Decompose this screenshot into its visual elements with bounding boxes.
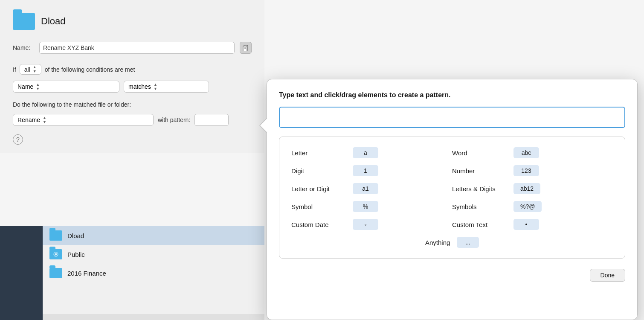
custom-date-label: Custom Date <box>291 221 347 228</box>
action-down: ▼ <box>43 120 46 124</box>
condition-operator-label: matches <box>128 83 151 90</box>
anything-row: Anything ... <box>291 237 613 248</box>
digit-row: Digit 1 <box>291 165 452 176</box>
paste-button[interactable] <box>240 42 252 54</box>
digit-label: Digit <box>291 167 347 175</box>
condition-operator-select[interactable]: matches ▲ ▼ <box>124 81 209 93</box>
stepper-down: ▼ <box>33 70 37 73</box>
letter-or-digit-row: Letter or Digit a1 <box>291 183 452 194</box>
condition-field-select[interactable]: Name ▲ ▼ <box>13 81 119 93</box>
folder-item-name: Public <box>67 251 85 258</box>
elements-grid-container: Letter a Word abc Digit 1 Number 123 Let… <box>279 137 625 259</box>
action-up: ▲ <box>43 116 46 120</box>
symbols-row: Symbols %?@ <box>452 201 613 212</box>
all-conditions-select[interactable]: all ▲ ▼ <box>20 64 41 75</box>
folder-item-name: 2016 Finance <box>67 270 106 277</box>
folder-icon <box>13 13 35 30</box>
anything-button[interactable]: ... <box>457 237 479 248</box>
action-row: Rename ▲ ▼ with pattern: <box>13 114 252 126</box>
letter-or-digit-button[interactable]: a1 <box>353 183 378 194</box>
folder-list-item[interactable]: Public <box>43 245 264 264</box>
folder-icon-dload <box>49 230 62 241</box>
custom-date-row: Custom Date ◦ <box>291 219 452 230</box>
folder-item-name: Dload <box>67 232 84 239</box>
help-icon: ? <box>16 136 20 143</box>
if-label: If <box>13 66 16 73</box>
done-row: Done <box>279 269 625 282</box>
popup-title: Type text and click/drag elements to cre… <box>279 91 625 99</box>
action-select[interactable]: Rename ▲ ▼ <box>13 114 154 126</box>
action-label: Rename <box>17 116 40 123</box>
word-row: Word abc <box>452 147 613 158</box>
operator-stepper-arrows: ▲ ▼ <box>154 83 157 91</box>
field-stepper-arrows: ▲ ▼ <box>36 83 40 91</box>
all-option-label: all <box>24 66 30 73</box>
symbol-row: Symbol % <box>291 201 452 212</box>
pattern-input-main[interactable] <box>279 107 625 128</box>
word-button[interactable]: abc <box>513 147 539 158</box>
done-button[interactable]: Done <box>590 269 625 282</box>
folder-icon-finance <box>49 268 62 278</box>
word-label: Word <box>452 149 508 157</box>
custom-text-button[interactable]: • <box>513 219 539 230</box>
symbols-label: Symbols <box>452 203 508 210</box>
letters-digits-row: Letters & Digits ab12 <box>452 183 613 194</box>
number-button[interactable]: 123 <box>513 165 539 176</box>
symbols-button[interactable]: %?@ <box>513 201 542 212</box>
pattern-input-small[interactable] <box>194 114 229 126</box>
operator-up: ▲ <box>154 83 157 87</box>
conditions-label: of the following conditions are met <box>45 66 135 73</box>
help-button[interactable]: ? <box>13 134 23 145</box>
do-following-label: Do the following to the matched file or … <box>13 101 252 108</box>
filter-row: Name ▲ ▼ matches ▲ ▼ <box>13 81 252 93</box>
name-label: Name: <box>13 44 34 51</box>
conditions-section: If all ▲ ▼ of the following conditions a… <box>13 64 252 93</box>
number-label: Number <box>452 167 508 175</box>
symbol-label: Symbol <box>291 203 347 210</box>
name-input[interactable] <box>39 42 235 54</box>
custom-date-button[interactable]: ◦ <box>353 219 378 230</box>
folder-name: Dload <box>41 16 65 27</box>
stepper-arrows: ▲ ▼ <box>33 65 37 73</box>
popup-panel: Type text and click/drag elements to cre… <box>267 79 638 320</box>
anything-label: Anything <box>425 239 450 246</box>
digit-button[interactable]: 1 <box>353 165 378 176</box>
sidebar <box>0 226 43 320</box>
letter-button[interactable]: a <box>353 147 378 158</box>
folder-list: Dload Public 2016 Finance <box>43 226 264 320</box>
letter-row: Letter a <box>291 147 452 158</box>
paste-icon <box>242 44 249 51</box>
scrollbar[interactable] <box>43 314 264 320</box>
conditions-row: If all ▲ ▼ of the following conditions a… <box>13 64 252 75</box>
gear-icon <box>53 251 59 257</box>
folder-header: Dload <box>13 13 252 30</box>
letter-label: Letter <box>291 149 347 157</box>
folder-list-item[interactable]: Dload <box>43 226 264 245</box>
letters-digits-button[interactable]: ab12 <box>513 183 540 194</box>
letter-or-digit-label: Letter or Digit <box>291 185 347 192</box>
elements-grid: Letter a Word abc Digit 1 Number 123 Let… <box>291 147 613 230</box>
folder-list-item[interactable]: 2016 Finance <box>43 264 264 282</box>
symbol-button[interactable]: % <box>353 201 378 212</box>
action-stepper-arrows: ▲ ▼ <box>43 116 46 124</box>
name-row: Name: <box>13 42 252 54</box>
field-down: ▼ <box>36 87 40 91</box>
number-row: Number 123 <box>452 165 613 176</box>
letters-digits-label: Letters & Digits <box>452 185 508 192</box>
svg-point-4 <box>55 253 57 256</box>
with-pattern-label: with pattern: <box>158 116 190 123</box>
custom-text-row: Custom Text • <box>452 219 613 230</box>
field-up: ▲ <box>36 83 40 87</box>
stepper-up: ▲ <box>33 65 37 69</box>
custom-text-label: Custom Text <box>452 221 508 228</box>
condition-field-label: Name <box>17 83 33 90</box>
operator-down: ▼ <box>154 87 157 91</box>
folder-icon-public <box>49 249 62 259</box>
